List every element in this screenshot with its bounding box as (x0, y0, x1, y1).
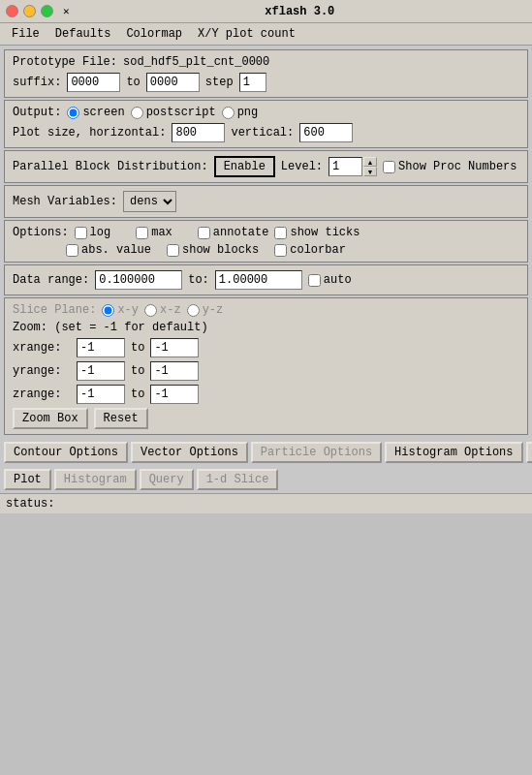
query-button[interactable]: Query (140, 469, 194, 490)
output-section: Output: screen postscript png Plot size,… (4, 100, 528, 148)
spinner-up[interactable]: ▲ (363, 157, 377, 167)
output-png-label: png (237, 106, 259, 119)
option-showticks[interactable]: show ticks (274, 226, 360, 239)
bottom-buttons-row: Plot Histogram Query 1-d Slice (0, 466, 532, 493)
datarange-auto-option[interactable]: auto (308, 273, 352, 287)
yrange-from-input[interactable] (77, 361, 125, 381)
show-proc-option[interactable]: Show Proc Numbers (383, 160, 516, 173)
option-annotate-checkbox[interactable] (198, 227, 210, 239)
zrange-from-input[interactable] (77, 385, 125, 404)
output-screen-option[interactable]: screen (67, 106, 124, 119)
maximize-button[interactable] (41, 5, 53, 17)
option-showblocks[interactable]: show blocks (167, 243, 259, 257)
datarange-section: Data range: to: auto (4, 264, 528, 295)
minimize-button[interactable] (23, 5, 36, 17)
slice-yz-label: y-z (203, 303, 224, 317)
title-bar: ✕ xflash 3.0 (0, 0, 532, 23)
suffix-to-label: to (126, 76, 140, 89)
yrange-label: yrange: (13, 364, 71, 378)
yrange-to-input[interactable] (150, 361, 199, 381)
parallel-level-spinner[interactable]: ▲ ▼ (329, 157, 377, 176)
datarange-to-label: to: (188, 273, 209, 287)
option-showticks-checkbox[interactable] (274, 227, 287, 239)
slice-section: Slice Plane: x-y x-z y-z Zoom: (set = -1… (4, 297, 528, 435)
show-proc-checkbox[interactable] (383, 161, 395, 173)
status-bar: status: (0, 493, 532, 513)
prototype-file-label: Prototype File: (13, 55, 117, 69)
option-log-checkbox[interactable] (75, 227, 87, 239)
xrange-label: xrange: (13, 341, 71, 355)
datarange-auto-checkbox[interactable] (308, 274, 321, 287)
menu-defaults[interactable]: Defaults (47, 25, 119, 43)
datarange-auto-label: auto (324, 273, 352, 287)
slice-xz-option[interactable]: x-z (144, 303, 181, 317)
options-section: Options: log max annotate show ticks abs… (4, 220, 528, 263)
window-title: xflash 3.0 (74, 5, 526, 18)
main-content: Prototype File: sod_hdf5_plt_cnt_0000 su… (0, 46, 532, 439)
parallel-enable-button[interactable]: Enable (214, 156, 275, 177)
parallel-level-input[interactable] (329, 157, 362, 176)
option-showticks-label: show ticks (290, 226, 360, 239)
option-max-checkbox[interactable] (136, 227, 148, 239)
option-colorbar[interactable]: colorbar (274, 243, 346, 257)
slice-yz-radio[interactable] (187, 304, 200, 317)
suffix-to-input[interactable] (146, 73, 200, 92)
option-absvalue-checkbox[interactable] (66, 244, 78, 257)
reset-button[interactable]: Reset (94, 408, 148, 429)
suffix-step-input[interactable] (239, 73, 266, 92)
menu-file[interactable]: File (4, 25, 47, 43)
output-png-option[interactable]: png (222, 106, 259, 119)
status-label: status: (6, 497, 54, 511)
parallel-section: Parallel Block Distribution: Enable Leve… (4, 150, 528, 183)
plotsize-horizontal-input[interactable] (172, 123, 225, 142)
option-annotate-label: annotate (213, 226, 269, 239)
option-log[interactable]: log (75, 226, 111, 239)
floating-label-button[interactable]: Floating Label (526, 442, 533, 463)
option-max-label: max (151, 226, 172, 239)
histogram-options-button[interactable]: Histogram Options (385, 442, 522, 463)
datarange-to-input[interactable] (215, 270, 302, 290)
datarange-from-input[interactable] (95, 270, 182, 290)
mesh-variable-select[interactable]: dens (123, 191, 176, 212)
histogram-button[interactable]: Histogram (54, 469, 137, 490)
zoom-box-button[interactable]: Zoom Box (13, 408, 88, 429)
option-log-label: log (90, 226, 111, 239)
option-annotate[interactable]: annotate (198, 226, 269, 239)
output-postscript-radio[interactable] (131, 107, 143, 119)
output-postscript-option[interactable]: postscript (131, 106, 216, 119)
output-screen-radio[interactable] (67, 107, 79, 119)
plotsize-vertical-label: vertical: (231, 126, 294, 140)
menu-bar: File Defaults Colormap X/Y plot count (0, 23, 532, 46)
window-controls[interactable] (6, 5, 53, 17)
slice-yz-option[interactable]: y-z (187, 303, 224, 317)
suffix-from-input[interactable] (67, 73, 120, 92)
vector-options-button[interactable]: Vector Options (131, 442, 248, 463)
particle-options-button[interactable]: Particle Options (251, 442, 382, 463)
zrange-to-input[interactable] (150, 385, 199, 404)
contour-options-button[interactable]: Contour Options (4, 442, 128, 463)
plot-button[interactable]: Plot (4, 469, 51, 490)
option-absvalue[interactable]: abs. value (66, 243, 151, 257)
plotsize-label: Plot size, horizontal: (13, 126, 166, 140)
spinner-down[interactable]: ▼ (363, 167, 377, 176)
mesh-section: Mesh Variables: dens (4, 185, 528, 218)
plotsize-vertical-input[interactable] (299, 123, 353, 142)
option-max[interactable]: max (136, 226, 172, 239)
slice-xy-radio[interactable] (102, 304, 114, 317)
slice-xy-option[interactable]: x-y (102, 303, 139, 317)
option-colorbar-checkbox[interactable] (274, 244, 287, 257)
xrange-from-input[interactable] (77, 338, 125, 357)
slice-1d-button[interactable]: 1-d Slice (197, 469, 279, 490)
yrange-to-label: to (131, 364, 144, 378)
suffix-step-label: step (205, 76, 234, 89)
option-showblocks-checkbox[interactable] (167, 244, 179, 257)
slice-xz-radio[interactable] (144, 304, 157, 317)
output-label: Output: (13, 106, 61, 119)
output-png-radio[interactable] (222, 107, 235, 119)
mesh-label: Mesh Variables: (13, 195, 117, 208)
close-button[interactable] (6, 5, 18, 17)
menu-colormap[interactable]: Colormap (118, 25, 190, 43)
spinner-arrows[interactable]: ▲ ▼ (363, 157, 377, 176)
menu-xy-plot-count[interactable]: X/Y plot count (190, 25, 303, 43)
xrange-to-input[interactable] (150, 338, 199, 357)
